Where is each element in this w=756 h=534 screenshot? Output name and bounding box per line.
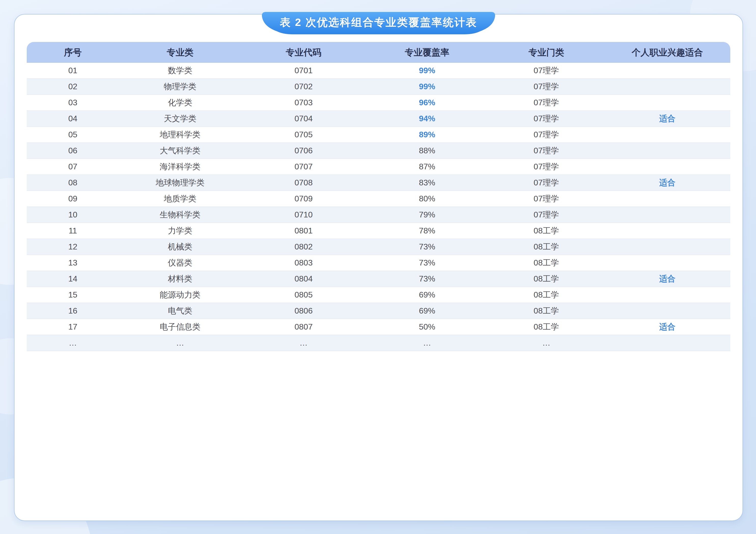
header-no: 序号: [27, 46, 119, 59]
cell-major-category: 地球物理学类: [119, 177, 241, 189]
cell-major-category: 天文学类: [119, 113, 241, 124]
cell-major-category: …: [119, 338, 241, 347]
cell-major-code: 0805: [241, 290, 366, 299]
cell-no: 01: [27, 66, 119, 75]
table-row: 13 仪器类 0803 73% 08工学: [27, 255, 730, 271]
table-row: 05 地理科学类 0705 89% 07理学: [27, 127, 730, 143]
cell-major-code: 0706: [241, 146, 366, 155]
cell-major-category: 数学类: [119, 65, 241, 76]
cell-personal-interest-fit: 适合: [604, 177, 730, 189]
cell-major-category: 大气科学类: [119, 145, 241, 156]
table-row: 16 电气类 0806 69% 08工学: [27, 303, 730, 319]
cell-discipline: 07理学: [488, 161, 604, 172]
cell-major-category: 物理学类: [119, 81, 241, 92]
cell-major-code: 0701: [241, 66, 366, 75]
cell-discipline: 07理学: [488, 209, 604, 220]
cell-discipline: 07理学: [488, 81, 604, 92]
cell-coverage-rate: 88%: [366, 146, 488, 155]
cell-coverage-rate: 80%: [366, 194, 488, 203]
cell-major-code: 0702: [241, 82, 366, 91]
table-row: 04 天文学类 0704 94% 07理学 适合: [27, 111, 730, 127]
cell-major-code: 0807: [241, 322, 366, 332]
header-coverage-rate: 专业覆盖率: [366, 46, 488, 59]
cell-major-category: 仪器类: [119, 257, 241, 268]
cell-no: …: [27, 338, 119, 347]
cell-major-code: 0801: [241, 226, 366, 236]
cell-major-code: 0708: [241, 178, 366, 188]
cell-major-category: 材料类: [119, 273, 241, 285]
table-body: 01 数学类 0701 99% 07理学 02 物理学类 0702 99% 07…: [27, 63, 730, 351]
content-card: 表 2 次优选科组合专业类覆盖率统计表 序号 专业类 专业代码 专业覆盖率 专业…: [14, 14, 743, 521]
cell-no: 11: [27, 226, 119, 236]
cell-major-code: 0802: [241, 242, 366, 251]
cell-major-category: 海洋科学类: [119, 161, 241, 172]
cell-discipline: 08工学: [488, 290, 604, 301]
cell-major-category: 电子信息类: [119, 321, 241, 333]
table-row: 12 机械类 0802 73% 08工学: [27, 239, 730, 255]
cell-major-category: 能源动力类: [119, 290, 241, 301]
cell-personal-interest-fit: 适合: [604, 273, 730, 285]
cell-discipline: 07理学: [488, 145, 604, 156]
cell-major-category: 地理科学类: [119, 129, 241, 140]
cell-discipline: 08工学: [488, 273, 604, 285]
cell-personal-interest-fit: 适合: [604, 321, 730, 333]
cell-coverage-rate: 73%: [366, 258, 488, 267]
cell-major-code: 0803: [241, 258, 366, 267]
cell-coverage-rate: 96%: [366, 98, 488, 107]
table-title: 表 2 次优选科组合专业类覆盖率统计表: [262, 12, 495, 33]
cell-major-code: 0704: [241, 114, 366, 123]
cell-discipline: 08工学: [488, 225, 604, 237]
cell-discipline: 08工学: [488, 241, 604, 252]
cell-no: 13: [27, 258, 119, 267]
cell-coverage-rate: 50%: [366, 322, 488, 332]
cell-major-code: 0709: [241, 194, 366, 203]
cell-coverage-rate: 89%: [366, 130, 488, 140]
table-row: 02 物理学类 0702 99% 07理学: [27, 79, 730, 95]
cell-coverage-rate: 73%: [366, 274, 488, 284]
cell-major-category: 力学类: [119, 225, 241, 237]
cell-coverage-rate: 69%: [366, 290, 488, 299]
table-row: 03 化学类 0703 96% 07理学: [27, 95, 730, 111]
cell-major-code: 0705: [241, 130, 366, 140]
cell-no: 16: [27, 306, 119, 316]
cell-major-code: 0703: [241, 98, 366, 107]
table-row: 10 生物科学类 0710 79% 07理学: [27, 207, 730, 223]
table-title-ribbon: 表 2 次优选科组合专业类覆盖率统计表: [262, 12, 495, 34]
cell-coverage-rate: 78%: [366, 226, 488, 236]
cell-no: 14: [27, 274, 119, 284]
cell-major-code: 0806: [241, 306, 366, 316]
table-row: 17 电子信息类 0807 50% 08工学 适合: [27, 319, 730, 335]
cell-coverage-rate: 99%: [366, 66, 488, 75]
cell-major-code: 0804: [241, 274, 366, 284]
cell-no: 08: [27, 178, 119, 188]
cell-no: 15: [27, 290, 119, 299]
cell-major-code: …: [241, 338, 366, 347]
cell-discipline: 08工学: [488, 321, 604, 333]
cell-discipline: 07理学: [488, 65, 604, 76]
cell-coverage-rate: 94%: [366, 114, 488, 123]
cell-discipline: …: [488, 338, 604, 347]
cell-no: 06: [27, 146, 119, 155]
cell-discipline: 07理学: [488, 113, 604, 124]
cell-discipline: 08工学: [488, 305, 604, 317]
cell-coverage-rate: 87%: [366, 162, 488, 171]
table-row: 06 大气科学类 0706 88% 07理学: [27, 143, 730, 159]
cell-no: 17: [27, 322, 119, 332]
table-header-row: 序号 专业类 专业代码 专业覆盖率 专业门类 个人职业兴趣适合: [27, 42, 730, 63]
table-row: … … … … …: [27, 335, 730, 351]
cell-discipline: 07理学: [488, 177, 604, 189]
cell-major-category: 生物科学类: [119, 209, 241, 220]
cell-coverage-rate: 79%: [366, 210, 488, 219]
table-row: 15 能源动力类 0805 69% 08工学: [27, 287, 730, 303]
cell-coverage-rate: 99%: [366, 82, 488, 91]
table-row: 07 海洋科学类 0707 87% 07理学: [27, 159, 730, 175]
cell-coverage-rate: 73%: [366, 242, 488, 251]
cell-no: 09: [27, 194, 119, 203]
cell-discipline: 07理学: [488, 97, 604, 108]
table-row: 14 材料类 0804 73% 08工学 适合: [27, 271, 730, 287]
cell-major-category: 机械类: [119, 241, 241, 252]
cell-coverage-rate: 83%: [366, 178, 488, 188]
cell-discipline: 08工学: [488, 257, 604, 268]
header-personal-interest-fit: 个人职业兴趣适合: [604, 46, 730, 59]
cell-no: 07: [27, 162, 119, 171]
